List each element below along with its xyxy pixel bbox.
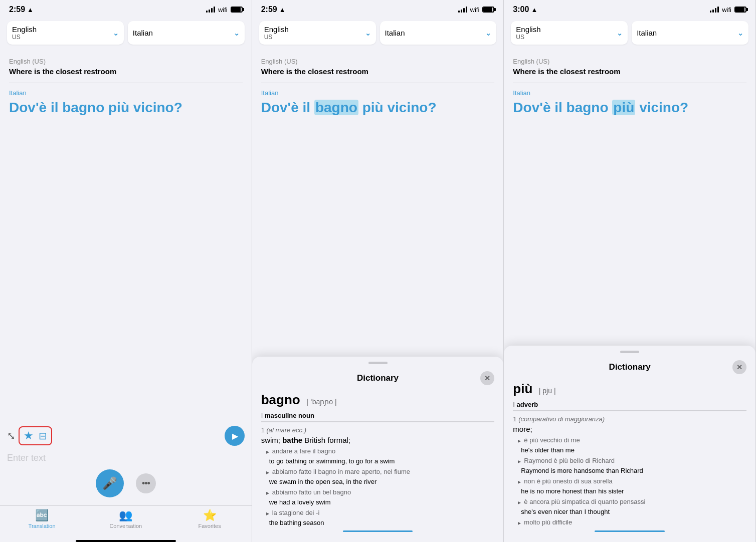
source-lang-chevron-3: ⌄ xyxy=(617,29,623,37)
dict-example-text-3-1: è più vecchio di me xyxy=(524,436,580,444)
dict-arrow-3-5: ▸ xyxy=(518,519,521,526)
target-lang-btn-2[interactable]: Italian ⌄ xyxy=(380,21,497,45)
dict-header-3: Dictionary ✕ xyxy=(513,360,746,374)
sheet-handle-2 xyxy=(368,362,388,364)
dict-example-trans-2-3: we had a lovely swim xyxy=(261,498,495,506)
dict-example-text-2-3: abbiamo fatto un bel bagno xyxy=(272,488,351,496)
translated-text-3: Dov'è il bagno più vicino? xyxy=(513,99,746,116)
enter-text-placeholder-1[interactable]: Enter text xyxy=(7,450,245,469)
location-icon-1: ▲ xyxy=(27,6,34,14)
status-icons-2: wifi xyxy=(458,6,495,14)
battery-icon-2 xyxy=(482,7,494,13)
dict-example-2-2: ▸ abbiamo fatto il bagno in mare aperto,… xyxy=(261,468,495,476)
divider-2 xyxy=(261,83,495,83)
highlighted-word-2[interactable]: bagno xyxy=(314,100,358,115)
toolbar-1: ⤡ ★ ⊟ ▶ Enter text 🎤 ••• xyxy=(0,421,252,505)
favorites-tab-label-1: Favorites xyxy=(198,523,221,529)
dict-def-main-2: swim; bathe British formal; xyxy=(261,436,495,444)
language-bar-3: English US ⌄ Italian ⌄ xyxy=(504,17,755,50)
time-3: 3:00 ▲ xyxy=(513,5,537,14)
dict-header-2: Dictionary ✕ xyxy=(261,371,495,385)
translation-content-1: English (US) Where is the closest restro… xyxy=(0,50,252,421)
divider-1 xyxy=(9,83,243,83)
dict-pos-3: I adverb xyxy=(513,401,746,408)
dict-title-3: Dictionary xyxy=(527,362,732,372)
dict-phonetic-2: | ˈbaɲɲo | xyxy=(306,398,336,406)
source-lang-label-3: English (US) xyxy=(513,58,746,65)
conversation-tab-icon-1: 👥 xyxy=(119,509,132,522)
dict-example-2-3: ▸ abbiamo fatto un bel bagno xyxy=(261,488,495,496)
dict-example-3-1: ▸ è più vecchio di me xyxy=(513,436,746,444)
tab-favorites-1[interactable]: ⭐ Favorites xyxy=(167,509,251,529)
favorite-icon-1[interactable]: ★ xyxy=(24,429,34,442)
dict-example-text-2-1: andare a fare il bagno xyxy=(272,447,335,455)
translated-text-1: Dov'è il bagno più vicino? xyxy=(9,99,243,116)
dict-phonetic-3: | pju | xyxy=(539,387,556,395)
translation-tab-icon-1: 🔤 xyxy=(35,509,49,522)
location-icon-2: ▲ xyxy=(279,6,286,14)
play-btn-1[interactable]: ▶ xyxy=(225,426,245,446)
dict-scroll-indicator-3 xyxy=(595,530,665,532)
status-icons-3: wifi xyxy=(710,6,746,14)
target-lang-chevron-1: ⌄ xyxy=(234,29,240,37)
icon-box-1: ★ ⊟ xyxy=(19,426,52,445)
tab-bar-1: 🔤 Translation 👥 Conversation ⭐ Favorites xyxy=(0,505,252,538)
dict-entry-num-3: 1 (comparativo di maggioranza) xyxy=(513,415,746,423)
source-lang-btn-2[interactable]: English US ⌄ xyxy=(259,21,376,45)
dict-arrow-3-1: ▸ xyxy=(518,437,521,444)
battery-icon-1 xyxy=(231,7,243,13)
source-lang-label-1: English (US) xyxy=(9,58,243,65)
wifi-icon-2: wifi xyxy=(470,6,480,14)
source-lang-chevron-2: ⌄ xyxy=(365,29,371,37)
sheet-handle-3 xyxy=(620,351,639,353)
divider-3 xyxy=(513,83,746,83)
swap-icon-1[interactable]: ⤡ xyxy=(7,430,16,442)
target-lang-btn-3[interactable]: Italian ⌄ xyxy=(632,21,748,45)
dict-example-text-2-2: abbiamo fatto il bagno in mare aperto, n… xyxy=(272,468,410,475)
dict-close-btn-3[interactable]: ✕ xyxy=(732,360,746,374)
target-lang-chevron-3: ⌄ xyxy=(737,29,743,37)
dictionary-sheet-3: Dictionary ✕ più | pju | I adverb 1 (com… xyxy=(504,346,755,542)
dict-example-trans-3-3: he is no more honest than his sister xyxy=(513,487,746,495)
dict-example-text-2-4: la stagione dei -i xyxy=(272,509,320,516)
tab-conversation-1[interactable]: 👥 Conversation xyxy=(84,509,167,529)
dict-example-2-4: ▸ la stagione dei -i xyxy=(261,509,495,517)
source-lang-btn-1[interactable]: English US ⌄ xyxy=(7,21,124,45)
dict-def-main-3: more; xyxy=(513,425,746,433)
status-bar-2: 2:59 ▲ wifi xyxy=(252,0,504,17)
dict-arrow-2-1: ▸ xyxy=(266,448,269,455)
language-bar-1: English US ⌄ Italian ⌄ xyxy=(0,17,252,50)
target-lang-btn-1[interactable]: Italian ⌄ xyxy=(128,21,245,45)
icon-group-left-1: ⤡ ★ ⊟ xyxy=(7,426,52,445)
dict-arrow-2-2: ▸ xyxy=(266,469,269,476)
mic-row-1: 🎤 ••• xyxy=(7,469,245,503)
signal-icon-3 xyxy=(710,7,719,13)
tab-translation-1[interactable]: 🔤 Translation xyxy=(0,509,84,529)
dict-word-line-2: bagno | ˈbaɲɲo | xyxy=(261,392,495,408)
dict-close-btn-2[interactable]: ✕ xyxy=(480,371,494,385)
status-icons-1: wifi xyxy=(206,6,243,14)
dict-example-trans-2-1: to go bathing or swimming, to go for a s… xyxy=(261,457,495,465)
dict-scroll-indicator-2 xyxy=(343,530,413,532)
dict-pos-bar-3 xyxy=(513,410,746,411)
mic-btn-1[interactable]: 🎤 xyxy=(96,469,124,497)
time-2: 2:59 ▲ xyxy=(261,5,286,14)
source-lang-label-2: English (US) xyxy=(261,58,495,65)
dict-arrow-2-4: ▸ xyxy=(266,510,269,517)
dict-example-3-4: ▸ è ancora più simpatica di quanto pensa… xyxy=(513,498,746,506)
more-btn-1[interactable]: ••• xyxy=(136,473,156,493)
battery-icon-3 xyxy=(734,7,746,13)
dict-pos-bar-2 xyxy=(261,421,495,422)
play-icon-1: ▶ xyxy=(232,431,238,441)
wifi-icon-3: wifi xyxy=(722,6,731,14)
source-lang-btn-3[interactable]: English US ⌄ xyxy=(511,21,628,45)
more-dots-icon-1: ••• xyxy=(142,478,150,489)
source-text-2: Where is the closest restroom xyxy=(261,67,495,76)
status-bar-3: 3:00 ▲ wifi xyxy=(504,0,755,17)
home-indicator-1 xyxy=(76,540,176,542)
dict-example-trans-3-1: he's older than me xyxy=(513,446,746,454)
book-icon-1[interactable]: ⊟ xyxy=(39,430,47,442)
highlighted-word-3[interactable]: più xyxy=(612,100,635,115)
language-bar-2: English US ⌄ Italian ⌄ xyxy=(252,17,504,50)
dict-example-text-3-5: molto più difficile xyxy=(524,518,572,526)
